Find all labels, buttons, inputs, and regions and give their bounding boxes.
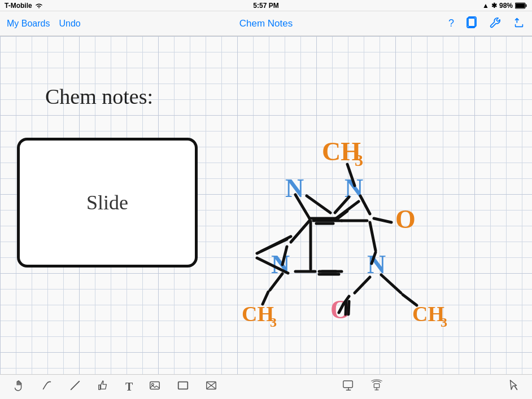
molecule-diagram: CH 3 N N O N N O CH 3 CH 3 — [203, 129, 508, 366]
x-icon — [205, 379, 217, 392]
help-icon: ? — [448, 17, 454, 29]
svg-line-10 — [374, 218, 391, 222]
status-left: T-Mobile — [5, 2, 43, 10]
pointer-tool — [506, 378, 521, 396]
svg-line-54 — [515, 387, 517, 390]
board-title: Chem Notes — [239, 18, 293, 29]
status-right: ▲ ✱ 98% — [482, 2, 527, 10]
svg-line-32 — [261, 239, 287, 251]
status-time: 5:57 PM — [253, 2, 278, 10]
toolbar-right: ? — [448, 16, 525, 31]
pointer-button[interactable] — [506, 378, 521, 396]
my-boards-button[interactable]: My Boards — [7, 19, 50, 29]
share-button[interactable] — [513, 16, 525, 31]
status-bar: T-Mobile 5:57 PM ▲ ✱ 98% — [0, 0, 532, 11]
svg-line-40 — [348, 301, 349, 314]
image-icon — [149, 379, 161, 392]
thumb-tool-button[interactable] — [96, 378, 111, 396]
svg-line-20 — [355, 277, 370, 293]
slide-label: Slide — [86, 191, 128, 214]
share-icon — [513, 16, 525, 29]
wrench-icon — [489, 16, 502, 29]
help-button[interactable]: ? — [448, 17, 454, 29]
wifi-icon — [34, 2, 43, 9]
svg-rect-51 — [374, 384, 379, 388]
svg-line-19 — [403, 295, 417, 305]
settings-button[interactable] — [489, 16, 502, 31]
n-bottom-right: N — [367, 250, 386, 279]
present-button[interactable] — [341, 378, 356, 396]
hand-tool-button[interactable] — [11, 378, 26, 396]
svg-rect-44 — [178, 382, 188, 389]
svg-line-27 — [291, 221, 309, 242]
drawing-canvas[interactable]: Chem notes: Slide CH 3 N N O N N O CH 3 — [0, 36, 532, 374]
undo-button[interactable]: Undo — [59, 19, 80, 29]
svg-line-12 — [307, 196, 330, 213]
svg-text:3: 3 — [355, 151, 363, 169]
carrier-text: T-Mobile — [5, 2, 32, 10]
svg-rect-48 — [343, 381, 353, 388]
bottom-toolbar: T — [0, 374, 532, 399]
rect-icon — [177, 379, 189, 392]
battery-icon — [515, 2, 527, 9]
o-right: O — [395, 205, 416, 234]
monitor-icon — [342, 379, 355, 392]
svg-line-16 — [370, 222, 376, 251]
thumb-icon — [97, 379, 110, 392]
svg-text:3: 3 — [441, 315, 447, 330]
battery-text: 98% — [499, 2, 513, 10]
molecule-svg: CH 3 N N O N N O CH 3 CH 3 — [203, 129, 508, 366]
text-tool-button[interactable]: T — [124, 379, 134, 394]
pages-button[interactable] — [465, 16, 478, 31]
svg-rect-2 — [516, 3, 525, 8]
ch3-bottom-left: CH — [242, 302, 274, 326]
bluetooth-icon: ✱ — [491, 2, 497, 10]
pointer-icon — [507, 379, 520, 392]
toolbar-left: My Boards Undo — [7, 19, 81, 29]
svg-line-9 — [360, 196, 370, 214]
bonds — [257, 164, 417, 314]
svg-line-39 — [346, 301, 346, 314]
hand-icon — [12, 379, 25, 392]
n-top-left: N — [285, 174, 304, 203]
pen-tool-button[interactable] — [40, 378, 54, 396]
svg-rect-42 — [150, 382, 160, 389]
pages-icon — [465, 16, 478, 29]
line-icon — [69, 379, 81, 392]
broadcast-button[interactable] — [369, 378, 384, 396]
broadcast-icon — [370, 379, 383, 392]
svg-text:3: 3 — [270, 315, 277, 330]
top-toolbar: My Boards Undo Chem Notes ? — [0, 11, 532, 36]
close-tool-button[interactable] — [204, 378, 219, 396]
svg-rect-1 — [526, 4, 527, 7]
pen-icon — [41, 379, 53, 392]
slide-box: Slide — [17, 138, 198, 268]
svg-line-18 — [381, 275, 401, 293]
line-tool-button[interactable] — [68, 378, 82, 396]
location-icon: ▲ — [482, 2, 489, 10]
rect-tool-button[interactable] — [176, 378, 190, 396]
drawing-tools: T — [11, 378, 219, 396]
text-icon: T — [125, 380, 133, 393]
image-tool-button[interactable] — [147, 378, 162, 396]
chem-notes-title: Chem notes: — [45, 84, 153, 109]
presentation-tools — [341, 378, 384, 396]
svg-line-41 — [71, 382, 80, 390]
